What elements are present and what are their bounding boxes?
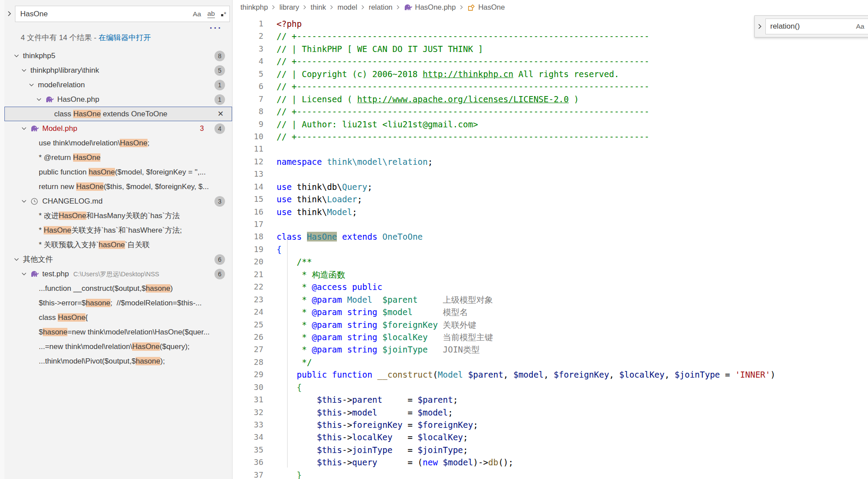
code-line[interactable]: 29 public function __construct(Model $pa… — [233, 368, 868, 381]
chevron-down-icon[interactable] — [21, 67, 30, 74]
whole-word-icon[interactable]: ab — [207, 10, 215, 18]
code-line[interactable]: 23 * @param Model $parent 上级模型对象 — [233, 293, 868, 306]
find-input[interactable] — [766, 22, 853, 31]
search-result-row[interactable]: * 关联预载入支持`hasOne`自关联 — [4, 238, 232, 252]
chevron-down-icon[interactable] — [13, 52, 23, 59]
toggle-replace-chevron-icon[interactable] — [5, 10, 13, 18]
open-in-editor-link[interactable]: 在编辑器中打开 — [99, 33, 151, 42]
line-number: 5 — [233, 68, 263, 80]
tree-item-test.php[interactable]: test.phpC:\Users\罗思远\Desktop\NSS6 — [4, 267, 232, 281]
code-line[interactable]: 28 */ — [233, 356, 868, 368]
tree-item-Model.php[interactable]: Model.php34 — [4, 121, 232, 136]
code-line[interactable]: 22 * @access public — [233, 281, 868, 293]
search-result-row[interactable]: ...function __construct($output,$hasone) — [4, 281, 232, 296]
code-line[interactable]: 32 $this->model = $model; — [233, 406, 868, 419]
item-label: test.phpC:\Users\罗思远\Desktop\NSS — [42, 270, 214, 278]
regex-icon[interactable]: * — [221, 10, 226, 18]
search-result-row[interactable]: $hasone=new think\model\relation\HasOne(… — [4, 325, 232, 339]
code-line[interactable]: 37 } — [233, 469, 868, 479]
code-line[interactable]: 25 * @param string $foreignKey 关联外键 — [233, 319, 868, 331]
search-result-row[interactable]: use think\model\relation\HasOne; — [4, 136, 232, 150]
breadcrumb-item-library[interactable]: library — [279, 3, 299, 11]
breadcrumb-item-HasOne[interactable]: HasOne — [467, 3, 505, 11]
code-line[interactable]: 35 $this->joinType = $joinType; — [233, 444, 868, 456]
code-line[interactable]: 36 $this->query = (new $model)->db(); — [233, 456, 868, 468]
chevron-down-icon[interactable] — [13, 256, 23, 263]
code-line[interactable]: 12namespace think\model\relation; — [233, 156, 868, 168]
tree-item-model-relation[interactable]: model\relation1 — [4, 78, 232, 92]
tree-item-HasOne.php[interactable]: HasOne.php1 — [4, 92, 232, 107]
chevron-down-icon[interactable] — [21, 271, 30, 278]
code-line[interactable]: 34 $this->localKey = $localKey; — [233, 431, 868, 443]
chevron-down-icon[interactable] — [36, 96, 45, 103]
search-result-row[interactable]: return new HasOne($this, $model, $foreig… — [4, 179, 232, 194]
more-actions-icon[interactable]: ··· — [210, 23, 222, 33]
item-label: use think\model\relation\HasOne; — [39, 139, 232, 148]
search-result-row[interactable]: ...think\model\Pivot($output,$hasone); — [4, 354, 232, 368]
breadcrumb-separator-icon — [395, 4, 402, 11]
code-line[interactable]: 8// +-----------------------------------… — [233, 105, 868, 118]
tree-item-thinkphp5[interactable]: thinkphp58 — [4, 48, 232, 63]
clock-icon — [30, 197, 41, 205]
code-line[interactable]: 19{ — [233, 243, 868, 256]
code-editor[interactable]: 1<?php2// +-----------------------------… — [233, 18, 868, 479]
search-result-row[interactable]: $this->error=$hasone; //$modelRelation=$… — [4, 296, 232, 310]
line-number: 23 — [233, 293, 263, 306]
code-line[interactable]: 30 { — [233, 381, 868, 394]
breadcrumb-item-model[interactable]: model — [337, 3, 357, 11]
breadcrumb-item-think[interactable]: think — [310, 3, 326, 11]
code-line[interactable]: 10// +----------------------------------… — [233, 130, 868, 143]
code-line[interactable]: 18class HasOne extends OneToOne — [233, 230, 868, 243]
breadcrumb-item-relation[interactable]: relation — [369, 3, 392, 11]
search-input[interactable] — [15, 10, 190, 19]
match-case-icon[interactable]: Aa — [193, 10, 201, 18]
code-line[interactable]: 4// +-----------------------------------… — [233, 55, 868, 67]
search-result-row[interactable]: * @return HasOne — [4, 150, 232, 165]
item-label: * HasOne关联支持`has`和`hasWhere`方法; — [39, 225, 232, 235]
code-line[interactable]: 11 — [233, 143, 868, 155]
chevron-down-icon[interactable] — [28, 82, 38, 89]
search-result-row[interactable]: * HasOne关联支持`has`和`hasWhere`方法; — [4, 223, 232, 238]
code-line[interactable]: 5// | Copyright (c) 2006~2018 http://thi… — [233, 68, 868, 80]
tree-item--[interactable]: 其他文件6 — [4, 252, 232, 267]
code-line[interactable]: 24 * @param string $model 模型名 — [233, 306, 868, 318]
find-match-case-icon[interactable]: Aa — [856, 22, 864, 30]
problems-marker: 3 — [200, 125, 204, 133]
code-line[interactable]: 20 /** — [233, 256, 868, 268]
code-line[interactable]: 9// | Author: liu21st <liu21st@gmail.com… — [233, 118, 868, 130]
search-result-row[interactable]: class HasOne extends OneToOne✕ — [4, 107, 232, 121]
search-result-row[interactable]: class HasOne{ — [4, 310, 232, 325]
match-count-badge: 5 — [214, 65, 225, 76]
breadcrumb-item-thinkphp[interactable]: thinkphp — [240, 3, 268, 11]
code-line[interactable]: 21 * 构造函数 — [233, 268, 868, 281]
code-line[interactable]: 26 * @param string $localKey 当前模型主键 — [233, 331, 868, 343]
code-line[interactable]: 15use think\Loader; — [233, 193, 868, 205]
tree-item-thinkphp-library-think[interactable]: thinkphp\library\think5 — [4, 63, 232, 78]
find-toggle-chevron-icon[interactable] — [756, 22, 765, 30]
dismiss-result-icon[interactable]: ✕ — [218, 109, 224, 119]
search-result-row[interactable]: * 改进HasOne和HasMany关联的`has`方法 — [4, 208, 232, 223]
line-content: // | Copyright (c) 2006~2018 http://thin… — [263, 68, 868, 80]
code-line[interactable]: 14use think\db\Query; — [233, 181, 868, 193]
code-line[interactable]: 17 — [233, 218, 868, 230]
code-line[interactable]: 31 $this->parent = $parent; — [233, 394, 868, 406]
code-line[interactable]: 33 $this->foreignKey = $foreignKey; — [233, 419, 868, 431]
chevron-down-icon[interactable] — [21, 198, 30, 205]
code-line[interactable]: 27 * @param string $joinType JOIN类型 — [233, 343, 868, 356]
code-line[interactable]: 7// | Licensed ( http://www.apache.org/l… — [233, 93, 868, 105]
find-input-box[interactable]: Aa ab * — [765, 19, 868, 34]
chevron-down-icon[interactable] — [21, 125, 30, 132]
item-label: $this->error=$hasone; //$modelRelation=$… — [39, 299, 232, 308]
search-result-row[interactable]: public function hasOne($model, $foreignK… — [4, 165, 232, 179]
code-line[interactable]: 6// +-----------------------------------… — [233, 80, 868, 93]
search-sidebar: Aa ab * ··· 4 文件中有 14 个结果 - 在编辑器中打开 thin… — [0, 0, 233, 479]
line-content: $this->query = (new $model)->db(); — [263, 456, 868, 468]
code-line[interactable]: 16use think\Model; — [233, 206, 868, 218]
code-line[interactable]: 13 — [233, 168, 868, 180]
line-content — [263, 218, 868, 230]
breadcrumb-item-HasOne.php[interactable]: HasOne.php — [404, 3, 456, 11]
tree-item-CHANGELOG.md[interactable]: CHANGELOG.md3 — [4, 194, 232, 208]
search-result-row[interactable]: ...=new think\model\relation\HasOne($que… — [4, 339, 232, 354]
code-line[interactable]: 3// | ThinkPHP [ WE CAN DO IT JUST THINK… — [233, 43, 868, 55]
search-box[interactable]: Aa ab * — [15, 6, 230, 22]
